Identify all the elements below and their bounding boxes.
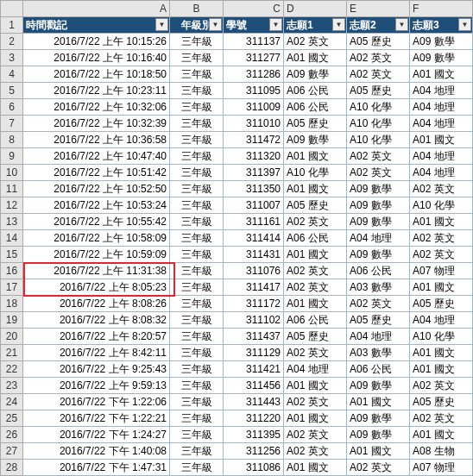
cell[interactable]: 三年級 xyxy=(170,230,224,247)
col-header-F[interactable]: F xyxy=(410,1,473,17)
cell[interactable]: A10 化學 xyxy=(347,132,410,148)
cell[interactable]: 2016/7/22 下午 1:22:21 xyxy=(23,410,170,427)
cell[interactable]: 311421 xyxy=(224,361,284,378)
cell[interactable]: 311137 xyxy=(224,34,284,50)
cell[interactable]: A01 國文 xyxy=(284,50,347,66)
cell[interactable]: 2016/7/22 上午 10:15:26 xyxy=(23,34,170,50)
filter-icon[interactable]: ▼ xyxy=(209,18,222,31)
cell[interactable]: A04 地理 xyxy=(410,116,473,132)
cell[interactable]: A02 英文 xyxy=(284,279,347,296)
cell[interactable]: A09 數學 xyxy=(410,50,473,66)
cell[interactable]: 311256 xyxy=(224,443,284,460)
cell[interactable]: A02 英文 xyxy=(347,50,410,66)
cell[interactable]: 2016/7/22 下午 1:40:08 xyxy=(23,443,170,460)
row-number[interactable]: 2 xyxy=(1,34,23,50)
cell[interactable]: A10 化學 xyxy=(347,116,410,132)
cell[interactable]: A01 國文 xyxy=(410,427,473,443)
cell[interactable]: A02 英文 xyxy=(347,296,410,312)
cell[interactable]: A10 化學 xyxy=(410,329,473,345)
cell[interactable]: 311417 xyxy=(224,279,284,296)
cell[interactable]: 311172 xyxy=(224,296,284,312)
col-header-B[interactable]: B xyxy=(170,1,224,17)
cell[interactable]: 2016/7/22 上午 11:31:38 xyxy=(23,263,170,279)
filter-icon[interactable]: ▼ xyxy=(395,18,408,31)
header-timestamp[interactable]: 時間戳記 ▼ xyxy=(23,17,170,34)
header-wish2[interactable]: 志願2 ▼ xyxy=(347,17,410,34)
cell[interactable]: 2016/7/22 下午 1:24:27 xyxy=(23,427,170,443)
cell[interactable]: A08 生物 xyxy=(410,443,473,460)
cell[interactable]: 三年級 xyxy=(170,34,224,50)
cell[interactable]: A01 國文 xyxy=(284,378,347,394)
cell[interactable]: 2016/7/22 上午 10:55:42 xyxy=(23,214,170,230)
cell[interactable]: 311010 xyxy=(224,116,284,132)
cell[interactable]: A05 歷史 xyxy=(347,83,410,99)
cell[interactable]: A10 化學 xyxy=(410,197,473,214)
filter-icon[interactable]: ▼ xyxy=(269,18,282,31)
cell[interactable]: 三年級 xyxy=(170,427,224,443)
cell[interactable]: 三年級 xyxy=(170,148,224,165)
row-number[interactable]: 26 xyxy=(1,427,23,443)
cell[interactable]: A05 歷史 xyxy=(284,116,347,132)
row-number[interactable]: 19 xyxy=(1,312,23,329)
cell[interactable]: 三年級 xyxy=(170,279,224,296)
cell[interactable]: A05 歷史 xyxy=(347,312,410,329)
cell[interactable]: A05 歷史 xyxy=(410,296,473,312)
row-number[interactable]: 15 xyxy=(1,247,23,263)
col-header-A[interactable]: A xyxy=(23,1,170,17)
cell[interactable]: A05 歷史 xyxy=(284,197,347,214)
cell[interactable]: 311009 xyxy=(224,99,284,116)
cell[interactable]: 三年級 xyxy=(170,50,224,66)
cell[interactable]: 三年級 xyxy=(170,132,224,148)
filter-icon[interactable]: ▼ xyxy=(332,18,345,31)
cell[interactable]: 2016/7/22 上午 10:47:40 xyxy=(23,148,170,165)
row-number[interactable]: 27 xyxy=(1,443,23,460)
cell[interactable]: 311456 xyxy=(224,378,284,394)
cell[interactable]: 311277 xyxy=(224,50,284,66)
cell[interactable]: A06 公民 xyxy=(347,263,410,279)
cell[interactable]: 311007 xyxy=(224,197,284,214)
cell[interactable]: 2016/7/22 上午 10:16:40 xyxy=(23,50,170,66)
cell[interactable]: A05 歷史 xyxy=(410,394,473,410)
cell[interactable]: 311161 xyxy=(224,214,284,230)
cell[interactable]: 2016/7/22 上午 10:51:42 xyxy=(23,165,170,181)
cell[interactable]: A01 國文 xyxy=(410,345,473,361)
cell[interactable]: A02 英文 xyxy=(410,181,473,197)
row-number[interactable]: 24 xyxy=(1,394,23,410)
cell[interactable]: A04 地理 xyxy=(410,83,473,99)
header-id[interactable]: 學號 ▼ xyxy=(224,17,284,34)
cell[interactable]: 三年級 xyxy=(170,329,224,345)
cell[interactable]: A05 歷史 xyxy=(347,34,410,50)
cell[interactable]: A06 公民 xyxy=(284,312,347,329)
cell[interactable]: 三年級 xyxy=(170,116,224,132)
row-number[interactable]: 5 xyxy=(1,83,23,99)
cell[interactable]: 三年級 xyxy=(170,83,224,99)
cell[interactable]: A02 英文 xyxy=(347,148,410,165)
cell[interactable]: A01 國文 xyxy=(284,460,347,476)
cell[interactable]: 三年級 xyxy=(170,66,224,83)
cell[interactable]: A09 數學 xyxy=(347,378,410,394)
cell[interactable]: 三年級 xyxy=(170,247,224,263)
cell[interactable]: A05 歷史 xyxy=(284,329,347,345)
cell[interactable]: 三年級 xyxy=(170,214,224,230)
row-number[interactable]: 6 xyxy=(1,99,23,116)
row-number[interactable]: 28 xyxy=(1,460,23,476)
cell[interactable]: A02 英文 xyxy=(410,247,473,263)
row-number[interactable]: 11 xyxy=(1,181,23,197)
cell[interactable]: A02 英文 xyxy=(284,345,347,361)
cell[interactable]: A09 數學 xyxy=(347,410,410,427)
cell[interactable]: 311286 xyxy=(224,66,284,83)
filter-icon[interactable]: ▼ xyxy=(155,18,168,31)
cell[interactable]: A01 國文 xyxy=(410,214,473,230)
cell[interactable]: A02 英文 xyxy=(284,263,347,279)
cell[interactable]: A04 地理 xyxy=(284,361,347,378)
corner-cell[interactable] xyxy=(1,1,23,17)
cell[interactable]: A01 國文 xyxy=(410,66,473,83)
cell[interactable]: A01 國文 xyxy=(347,443,410,460)
cell[interactable]: A02 英文 xyxy=(284,394,347,410)
cell[interactable]: 311129 xyxy=(224,345,284,361)
cell[interactable]: 2016/7/22 上午 10:32:39 xyxy=(23,116,170,132)
col-header-C[interactable]: C xyxy=(224,1,284,17)
cell[interactable]: A09 數學 xyxy=(284,66,347,83)
cell[interactable]: 311220 xyxy=(224,410,284,427)
cell[interactable]: 311095 xyxy=(224,83,284,99)
